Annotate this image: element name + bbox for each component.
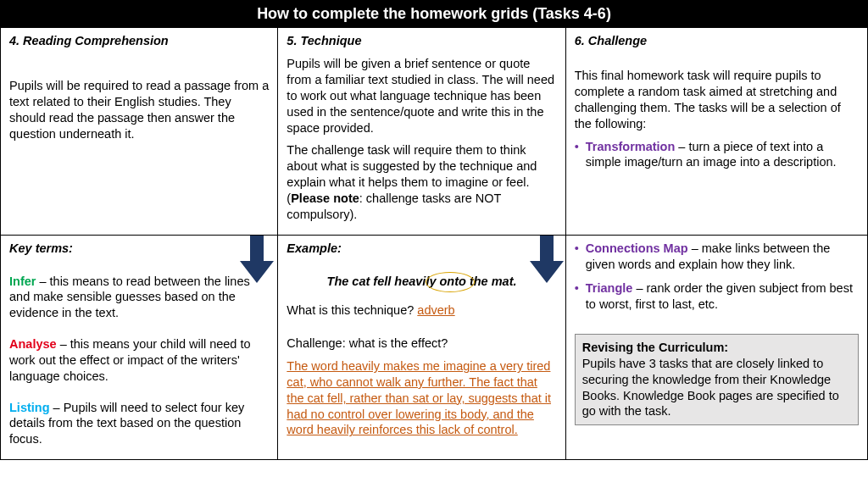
arrow-down-icon [240, 236, 274, 283]
cell-challenge: 6. Challenge This final homework task wi… [566, 28, 867, 234]
cell-technique: 5. Technique Pupils will be given a brie… [278, 28, 565, 234]
page: How to complete the homework grids (Task… [0, 0, 868, 460]
intro-6: This final homework task will require pu… [575, 68, 859, 131]
cell-keyterms: Key terms: Infer – this means to read be… [1, 236, 278, 459]
heading-keyterms: Key terms: [9, 241, 269, 257]
example-q2: Challenge: what is the effect? [287, 336, 556, 352]
heading-6: 6. Challenge [575, 33, 859, 49]
body-5b: The challenge task will require them to … [287, 142, 556, 222]
cell-example: Example: The cat fell heavily onto the m… [278, 236, 565, 459]
bullet-transformation: • Transformation – turn a piece of text … [575, 139, 859, 171]
title-bar: How to complete the homework grids (Task… [0, 0, 868, 28]
term-listing: Listing – Pupils will need to select fou… [9, 400, 269, 448]
revising-box: Revising the Curriculum: Pupils have 3 t… [575, 334, 859, 425]
bullet-icon: • [575, 241, 579, 273]
example-q1: What is this technique? adverb [287, 302, 556, 319]
example-a2: The word heavily makes me imagine a very… [287, 358, 556, 438]
bullet-connections: • Connections Map – make links between t… [575, 241, 859, 273]
rev-heading: Revising the Curriculum: [582, 341, 728, 354]
arrow-down-icon [530, 236, 564, 283]
circle-annotation [426, 272, 475, 292]
page-title: How to complete the homework grids (Task… [257, 5, 611, 22]
row-tasks: 4. Reading Comprehension Pupils will be … [0, 28, 868, 235]
heading-example: Example: [287, 241, 556, 257]
term-analyse: Analyse – this means your child will nee… [9, 336, 269, 385]
cell-reading: 4. Reading Comprehension Pupils will be … [1, 28, 278, 234]
body-4: Pupils will be required to read a passag… [9, 78, 269, 141]
row-details: Key terms: Infer – this means to read be… [0, 236, 868, 460]
cell-challenge-cont: • Connections Map – make links between t… [566, 236, 867, 459]
bullet-icon: • [575, 280, 579, 313]
term-infer: Infer – this means to read between the l… [9, 274, 269, 322]
body-5a: Pupils will be given a brief sentence or… [287, 56, 556, 136]
bullet-triangle: • Triangle – rank order the given subjec… [575, 280, 859, 313]
bullet-icon: • [575, 139, 579, 171]
example-sentence: The cat fell heavily onto the mat. [287, 274, 556, 290]
heading-5: 5. Technique [287, 33, 556, 49]
heading-4: 4. Reading Comprehension [9, 33, 269, 49]
rev-body: Pupils have 3 tasks that are closely lin… [582, 357, 839, 419]
